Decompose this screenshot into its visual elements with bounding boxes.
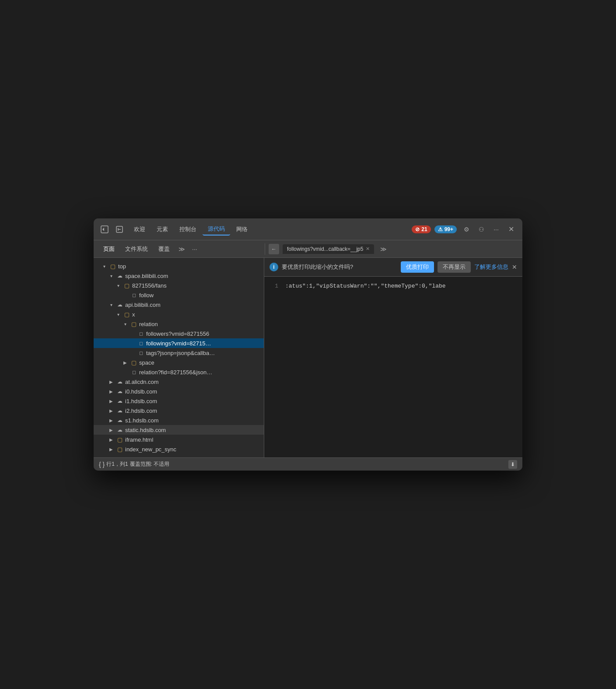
error-badge[interactable]: ⊘ 21 (412, 225, 430, 233)
tree-label: api.bilibili.com (125, 302, 161, 308)
status-right: ⬇ (508, 460, 517, 469)
line-content: :atus":1,"vipStatusWarn":"","themeType":… (285, 282, 446, 291)
titlebar: 欢迎 元素 控制台 源代码 网络 ⊘ 21 ⚠ 99+ ⚙ ⚇ ··· ✕ (94, 218, 522, 240)
cloud-icon: ☁ (116, 272, 123, 279)
tree-item-relation-fid[interactable]: ◻ relation?fid=8271556&json… (94, 367, 264, 377)
folder-icon: ▢ (116, 446, 123, 453)
tree-item-follow[interactable]: ◻ follow (94, 290, 264, 300)
chevron-down-icon: ▾ (108, 301, 115, 308)
file-icon: ◻ (130, 369, 137, 376)
folder-icon: ▢ (123, 311, 130, 318)
active-file-tab[interactable]: followings?vmid...callback=__jp5 ✕ (283, 244, 374, 254)
folder-icon: ▢ (109, 263, 116, 270)
tree-label: space.bilibili.com (125, 273, 168, 279)
tree-item-static-hdslb[interactable]: ▶ ☁ static.hdslb.com (94, 425, 264, 435)
tree-item-space-bilibili[interactable]: ▾ ☁ space.bilibili.com (94, 271, 264, 281)
main-nav: 欢迎 元素 控制台 源代码 网络 (129, 223, 408, 236)
tree-label: at.alicdn.com (125, 379, 159, 385)
tree-item-followings[interactable]: ◻ followings?vmid=82715… (94, 338, 264, 348)
tree-item-iframe[interactable]: ▶ ▢ iframe.html (94, 435, 264, 444)
nav-console[interactable]: 控制台 (174, 224, 202, 235)
tree-label: i0.hdslb.com (125, 388, 157, 395)
tab-back-button[interactable]: ← (269, 244, 279, 254)
more-button[interactable]: ··· (490, 223, 502, 236)
braces-icon[interactable]: { } (99, 461, 105, 468)
badge-group: ⊘ 21 ⚠ 99+ (412, 225, 457, 233)
cloud-icon: ☁ (116, 397, 123, 404)
file-tree: ▾ ▢ top ▾ ☁ space.bilibili.com ▾ ▢ 82715… (94, 258, 264, 457)
cloud-icon: ☁ (116, 378, 123, 385)
info-bar-right: 优质打印 不再显示 了解更多信息 ✕ (401, 261, 517, 273)
nav-network[interactable]: 网络 (231, 224, 253, 235)
folder-icon: ▢ (130, 320, 137, 327)
tree-label: i2.hdslb.com (125, 408, 157, 414)
tree-item-relation[interactable]: ▾ ▢ relation (94, 319, 264, 329)
dismiss-button[interactable]: 不再显示 (438, 261, 471, 273)
error-count: 21 (421, 226, 427, 232)
file-icon: ◻ (137, 349, 144, 356)
cursor-position: 行1，列1 (106, 461, 128, 468)
spacer-icon (129, 340, 136, 347)
info-close-button[interactable]: ✕ (512, 264, 517, 271)
chevron-right-icon: ▶ (108, 378, 115, 385)
tree-label: i1.hdslb.com (125, 398, 157, 404)
devtools-icon (99, 224, 110, 235)
chevron-right-icon: ▶ (108, 436, 115, 443)
tree-label: 8271556/fans (132, 282, 167, 289)
folder-icon: ▢ (123, 282, 130, 289)
close-button[interactable]: ✕ (505, 223, 517, 236)
tree-item-space[interactable]: ▶ ▢ space (94, 358, 264, 367)
right-tab-overflow[interactable]: ≫ (378, 245, 389, 253)
tree-label: relation (139, 321, 158, 327)
download-icon[interactable]: ⬇ (508, 460, 517, 469)
error-icon: ⊘ (415, 226, 420, 232)
code-line: 1 :atus":1,"vipStatusWarn":"","themeType… (270, 282, 517, 291)
main-content: ▾ ▢ top ▾ ☁ space.bilibili.com ▾ ▢ 82715… (94, 258, 522, 457)
settings-button[interactable]: ⚙ (460, 223, 472, 236)
tree-item-s1-hdslb[interactable]: ▶ ☁ s1.hdslb.com (94, 415, 264, 425)
tab-filesystem[interactable]: 文件系统 (121, 243, 152, 255)
cloud-icon: ☁ (116, 388, 123, 395)
nav-elements[interactable]: 元素 (151, 224, 173, 235)
tree-item-api-bilibili[interactable]: ▾ ☁ api.bilibili.com (94, 300, 264, 309)
tree-item-index-new-pc-sync[interactable]: ▶ ▢ index_new_pc_sync (94, 444, 264, 454)
info-bar-left: i 要优质打印此缩小的文件吗? (270, 263, 353, 271)
editor-area: i 要优质打印此缩小的文件吗? 优质打印 不再显示 了解更多信息 ✕ 1 :at… (264, 258, 522, 457)
spacer-icon (122, 369, 129, 376)
nav-sources[interactable]: 源代码 (203, 223, 230, 236)
right-tab-section: ← followings?vmid...callback=__jp5 ✕ ≫ (265, 244, 517, 254)
tree-item-followers[interactable]: ◻ followers?vmid=8271556 (94, 329, 264, 338)
code-editor[interactable]: 1 :atus":1,"vipStatusWarn":"","themeType… (264, 277, 522, 457)
left-tab-options[interactable]: ··· (189, 245, 200, 253)
tree-label: iframe.html (125, 436, 153, 443)
warning-count: 99+ (444, 226, 453, 232)
titlebar-actions: ⚙ ⚇ ··· ✕ (460, 223, 517, 236)
cloud-icon: ☁ (116, 301, 123, 308)
warning-icon: ⚠ (438, 226, 443, 232)
tree-label: x (132, 311, 135, 318)
tree-item-tags[interactable]: ◻ tags?jsonp=jsonp&callba… (94, 348, 264, 358)
file-tab-close[interactable]: ✕ (366, 246, 370, 252)
tree-item-i1-hdslb[interactable]: ▶ ☁ i1.hdslb.com (94, 396, 264, 406)
tree-label: s1.hdslb.com (125, 417, 159, 424)
left-tab-more[interactable]: ≫ (176, 245, 188, 253)
tree-item-top[interactable]: ▾ ▢ top (94, 261, 264, 271)
tree-item-fans[interactable]: ▾ ▢ 8271556/fans (94, 281, 264, 290)
tab-page[interactable]: 页面 (99, 243, 119, 255)
cloud-icon: ☁ (116, 426, 123, 433)
warning-badge[interactable]: ⚠ 99+ (434, 225, 457, 233)
folder-icon: ▢ (130, 359, 137, 366)
tree-item-x[interactable]: ▾ ▢ x (94, 309, 264, 319)
tree-item-i2-hdslb[interactable]: ▶ ☁ i2.hdslb.com (94, 406, 264, 415)
spacer-icon (129, 349, 136, 356)
nav-welcome[interactable]: 欢迎 (129, 224, 150, 235)
tab-overrides[interactable]: 覆盖 (154, 243, 174, 255)
tree-item-at-alicdn[interactable]: ▶ ☁ at.alicdn.com (94, 377, 264, 387)
tree-item-i0-hdslb[interactable]: ▶ ☁ i0.hdslb.com (94, 387, 264, 396)
chevron-down-icon: ▾ (101, 263, 108, 270)
learn-more-link[interactable]: 了解更多信息 (474, 263, 508, 271)
inspect-icon[interactable] (114, 224, 125, 235)
coverage-status: 覆盖范围: 不适用 (130, 461, 170, 468)
profile-button[interactable]: ⚇ (475, 223, 487, 236)
pretty-print-button[interactable]: 优质打印 (401, 261, 434, 273)
